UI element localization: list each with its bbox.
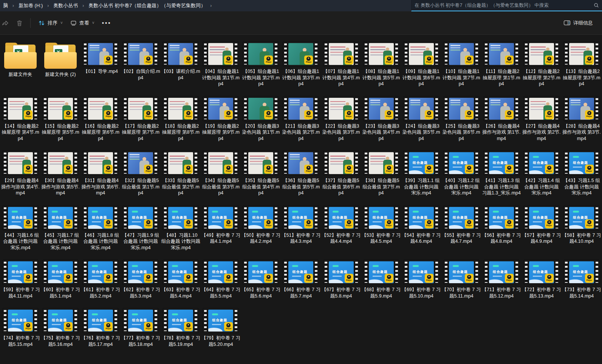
video-file-item[interactable]: 组合趣题Player【69】初中卷 7 习题5.10.mp4 xyxy=(401,258,441,301)
video-file-item[interactable]: Player【30】组合趣题4 操作与游戏 第5节.mp4 xyxy=(40,149,80,198)
details-pane-button[interactable]: 详细信息 xyxy=(560,16,597,30)
video-file-item[interactable]: Player【37】组合趣题5 组合最值 第6节.mp4 xyxy=(321,149,361,198)
video-file-item[interactable]: Player【36】组合趣题5 组合最值 第5节.mp4 xyxy=(281,149,321,198)
video-file-item[interactable]: 组合趣题Player【76】初中卷 7 习题5.17.mp4 xyxy=(80,307,121,349)
video-file-item[interactable]: Player【28】组合趣题4 操作与游戏 第3节.mp4 xyxy=(562,95,602,143)
video-file-item[interactable]: Player【09】组合趣题1 计数问题 第6节.mp4 xyxy=(401,40,441,89)
video-file-item[interactable]: Player【33】组合趣题5 组合最值 第2节.mp4 xyxy=(161,149,201,198)
search-input[interactable] xyxy=(415,3,594,8)
video-file-item[interactable]: 组合趣题Player【53】初中卷 7 习题4.5.mp4 xyxy=(361,204,401,246)
video-file-item[interactable]: Player【03】课程介绍.mp4 xyxy=(161,40,201,82)
delete-button[interactable] xyxy=(12,16,26,30)
video-file-item[interactable]: 组合趣题Player【45】习题1.7 组合趣题 计数问题 宋乐.mp4 xyxy=(40,204,80,253)
breadcrumb-item[interactable]: 新加卷 (H:) xyxy=(16,2,45,10)
video-file-item[interactable]: 组合趣题Player【71】初中卷 7 习题5.12.mp4 xyxy=(481,258,522,301)
video-file-item[interactable]: 组合趣题Player【40】习题1.2 组合趣题 计数问题 宋乐.mp4 xyxy=(441,149,481,198)
video-file-item[interactable]: 组合趣题Player【47】习题1.9 组合趣题 计数问题 宋乐.mp4 xyxy=(121,204,161,253)
video-thumbnail: 组合趣题Player xyxy=(563,260,600,285)
video-file-item[interactable]: 组合趣题Player【60】初中卷 7 习题5.1.mp4 xyxy=(40,258,80,301)
video-file-item[interactable]: Player【13】组合趣题2 抽屉原理 第3节.mp4 xyxy=(562,40,602,89)
video-file-item[interactable]: Player【23】组合趣题3 染色问题 第4节.mp4 xyxy=(361,95,401,143)
video-file-item[interactable]: 组合趣题Player【74】初中卷 7 习题5.15.mp4 xyxy=(0,307,40,349)
file-name: 【67】初中卷 7 习题5.8.mp4 xyxy=(322,287,361,299)
video-file-item[interactable]: Player【10】组合趣题1 计数问题 第7节.mp4 xyxy=(441,40,481,89)
video-file-item[interactable]: 组合趣题Player【72】初中卷 7 习题5.13.mp4 xyxy=(522,258,562,301)
video-file-item[interactable]: 组合趣题Player【46】习题1.8 组合趣题 计数问题 宋乐.mp4 xyxy=(80,204,121,253)
video-file-item[interactable]: 组合趣题Player【44】习题1.6 组合趣题 计数问题 宋乐.mp4 xyxy=(0,204,40,253)
video-file-item[interactable]: 组合趣题Player【78】初中卷 7 习题5.19.mp4 xyxy=(161,307,201,349)
video-file-item[interactable]: Player【14】组合趣题2 抽屉原理 第4节.mp4 xyxy=(0,95,40,143)
video-file-item[interactable]: 组合趣题Player【73】初中卷 7 习题5.14.mp4 xyxy=(562,258,602,301)
video-file-item[interactable]: Player【35】组合趣题5 组合最值 第4节.mp4 xyxy=(241,149,281,198)
video-file-item[interactable]: Player【32】组合趣题5 组合最值 第1节.mp4 xyxy=(121,149,161,198)
breadcrumb-item[interactable]: 脑 xyxy=(1,2,10,10)
video-file-item[interactable]: Player【11】组合趣题2 抽屉原理 第1节.mp4 xyxy=(481,40,522,89)
video-file-item[interactable]: 组合趣题Player【65】初中卷 7 习题5.6.mp4 xyxy=(241,258,281,301)
video-file-item[interactable]: 组合趣题Player【42】习题1.4 组合趣题 计数问题 宋乐.mp4 xyxy=(522,149,562,198)
video-file-item[interactable]: Player【08】组合趣题1 计数问题 第5节.mp4 xyxy=(361,40,401,89)
file-name: 【65】初中卷 7 习题5.6.mp4 xyxy=(241,287,280,299)
video-file-item[interactable]: Player【24】组合趣题3 染色问题 第5节.mp4 xyxy=(401,95,441,143)
video-file-item[interactable]: Player【34】组合趣题5 组合最值 第3节.mp4 xyxy=(201,149,241,198)
video-file-item[interactable]: 组合趣题Player【77】初中卷 7 习题5.18.mp4 xyxy=(121,307,161,349)
video-file-item[interactable]: 组合趣题Player【62】初中卷 7 习题5.3.mp4 xyxy=(121,258,161,301)
video-file-item[interactable]: Player【19】组合趣题2 抽屉原理 第9节.mp4 xyxy=(201,95,241,143)
player-badge-icon: Player xyxy=(264,56,273,65)
video-file-item[interactable]: 组合趣题Player【57】初中卷 7 习题4.9.mp4 xyxy=(522,204,562,246)
video-file-item[interactable]: 组合趣题Player【49】初中卷 7 习题4.1.mp4 xyxy=(201,204,241,246)
video-file-item[interactable]: 组合趣题Player【51】初中卷 7 习题4.3.mp4 xyxy=(281,204,321,246)
video-file-item[interactable]: 组合趣题Player【43】习题1.5 组合趣题 计数问题 宋乐.mp4 xyxy=(562,149,602,198)
sort-button[interactable]: 排序 ˅ xyxy=(34,16,67,30)
video-file-item[interactable]: 组合趣题Player【48】习题1.10 组合趣题 计数问题 宋乐.mp4 xyxy=(161,204,201,253)
breadcrumb-item[interactable]: 奥数小丛书 初中卷7（组合趣题）（与爱奇艺集数同） xyxy=(86,2,208,10)
video-file-item[interactable]: Player【27】组合趣题4 操作与游戏 第2节.mp4 xyxy=(522,95,562,143)
video-file-item[interactable]: Player【29】组合趣题4 操作与游戏 第4节.mp4 xyxy=(0,149,40,198)
video-file-item[interactable]: 组合趣题Player【63】初中卷 7 习题5.4.mp4 xyxy=(161,258,201,301)
video-file-item[interactable]: Player【02】自我介绍.mp4 xyxy=(121,40,161,82)
video-file-item[interactable]: 组合趣题Player【54】初中卷 7 习题4.6.mp4 xyxy=(401,204,441,246)
video-file-item[interactable]: Player【26】组合趣题4 操作与游戏 第1节.mp4 xyxy=(481,95,522,143)
video-file-item[interactable]: Player【31】组合趣题4 操作与游戏 第6节.mp4 xyxy=(80,149,121,198)
video-file-item[interactable]: 组合趣题Player【52】初中卷 7 习题4.4.mp4 xyxy=(321,204,361,246)
video-file-item[interactable]: 组合趣题Player【41】习题1.3 组合趣题 计数问题 习题1.3_宋乐.m… xyxy=(481,149,522,198)
video-file-item[interactable]: 组合趣题Player【39】习题1.1 组合趣题 计数问题 宋乐.mp4 xyxy=(401,149,441,198)
video-file-item[interactable]: 组合趣题Player【75】初中卷 7 习题5.16.mp4 xyxy=(40,307,80,349)
video-file-item[interactable]: 组合趣题Player【79】初中卷 7 习题5.20.mp4 xyxy=(201,307,241,349)
video-file-item[interactable]: 组合趣题Player【66】初中卷 7 习题5.7.mp4 xyxy=(281,258,321,301)
video-file-item[interactable]: 组合趣题Player【64】初中卷 7 习题5.5.mp4 xyxy=(201,258,241,301)
video-file-item[interactable]: 组合趣题Player【68】初中卷 7 习题5.9.mp4 xyxy=(361,258,401,301)
breadcrumb-item[interactable]: 奥数小丛书 xyxy=(51,2,80,10)
video-file-item[interactable]: Player【16】组合趣题2 抽屉原理 第6节.mp4 xyxy=(80,95,121,143)
video-file-item[interactable]: 组合趣题Player【56】初中卷 7 习题4.8.mp4 xyxy=(481,204,522,246)
video-file-item[interactable]: 组合趣题Player【59】初中卷 7 习题4.11.mp4 xyxy=(0,258,40,301)
video-file-item[interactable]: 组合趣题Player【58】初中卷 7 习题4.10.mp4 xyxy=(562,204,602,246)
search-icon[interactable] xyxy=(594,3,599,8)
video-file-item[interactable]: Player【04】组合趣题1 计数问题 第1节.mp4 xyxy=(201,40,241,89)
share-button[interactable] xyxy=(0,16,12,30)
video-file-item[interactable]: Player【06】组合趣题1 计数问题 第3节.mp4 xyxy=(281,40,321,89)
search-box[interactable] xyxy=(411,0,602,11)
video-file-item[interactable]: 组合趣题Player【61】初中卷 7 习题5.2.mp4 xyxy=(80,258,121,301)
video-file-item[interactable]: Player【18】组合趣题2 抽屉原理 第8节.mp4 xyxy=(161,95,201,143)
video-file-item[interactable]: Player【12】组合趣题2 抽屉原理 第2节.mp4 xyxy=(522,40,562,89)
video-file-item[interactable]: Player【17】组合趣题2 抽屉原理 第7节.mp4 xyxy=(121,95,161,143)
file-name: 【41】习题1.3 组合趣题 计数问题 习题1.3_宋乐.mp4 xyxy=(482,177,521,196)
video-file-item[interactable]: 组合趣题Player【70】初中卷 7 习题5.11.mp4 xyxy=(441,258,481,301)
see-more-button[interactable]: ••• xyxy=(98,16,115,29)
video-file-item[interactable]: Player【07】组合趣题1 计数问题 第4节.mp4 xyxy=(321,40,361,89)
video-file-item[interactable]: 组合趣题Player【67】初中卷 7 习题5.8.mp4 xyxy=(321,258,361,301)
video-file-item[interactable]: Player【25】组合趣题3 染色问题 第6节.mp4 xyxy=(441,95,481,143)
player-badge-icon: Player xyxy=(144,219,153,228)
video-file-item[interactable]: Player【15】组合趣题2 抽屉原理 第5节.mp4 xyxy=(40,95,80,143)
video-file-item[interactable]: Player【01】导学.mp4 xyxy=(80,40,121,76)
video-file-item[interactable]: 组合趣题Player【55】初中卷 7 习题4.7.mp4 xyxy=(441,204,481,246)
video-file-item[interactable]: Player【22】组合趣题3 染色问题 第3节.mp4 xyxy=(321,95,361,143)
folder-item[interactable]: 新建文件夹 (2) xyxy=(40,40,80,79)
video-file-item[interactable]: Player【21】组合趣题3 染色问题 第2节.mp4 xyxy=(281,95,321,143)
video-file-item[interactable]: 组合趣题Player【50】初中卷 7 习题4.2.mp4 xyxy=(241,204,281,246)
video-file-item[interactable]: Player【20】组合趣题3 染色问题 第1节.mp4 xyxy=(241,95,281,143)
video-file-item[interactable]: Player【38】组合趣题5 组合最值 第7节.mp4 xyxy=(361,149,401,198)
folder-item[interactable]: 新建文件夹 xyxy=(0,40,40,79)
view-button[interactable]: 查看 ˅ xyxy=(67,16,98,30)
video-file-item[interactable]: Player【05】组合趣题1 计数问题 第2节.mp4 xyxy=(241,40,281,89)
